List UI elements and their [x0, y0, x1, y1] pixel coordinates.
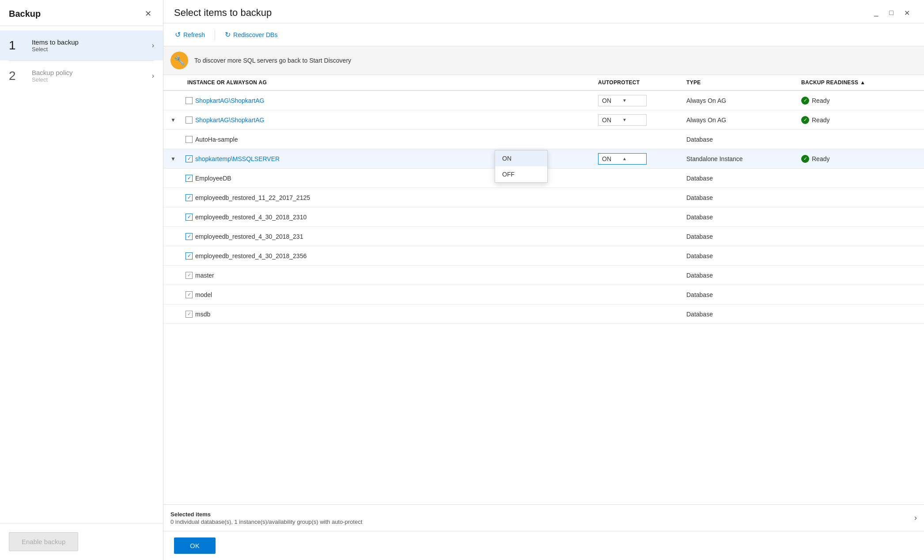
left-close-button[interactable]: ✕ — [142, 8, 154, 19]
row4-checkbox[interactable]: ✓ — [186, 155, 193, 162]
row6-type-cell: Database — [681, 191, 796, 205]
toolbar: ↺ Refresh ↻ Rediscover DBs — [163, 23, 924, 46]
row2-status-text: Ready — [812, 117, 829, 124]
row1-dropdown-arrow: ▼ — [622, 98, 643, 103]
step-arrow-1: › — [152, 41, 154, 49]
row2-expand-button[interactable]: ▼ — [169, 117, 178, 123]
th-type: TYPE — [681, 75, 796, 90]
table-container[interactable]: INSTANCE OR ALWAYSON AG AUTOPROTECT TYPE… — [163, 75, 924, 504]
step-item-2[interactable]: 2 Backup policy Select › — [0, 61, 163, 91]
row12-expand-cell — [163, 311, 182, 318]
discovery-text: To discover more SQL servers go back to … — [194, 57, 351, 64]
discovery-icon: 🔧 — [170, 52, 188, 69]
row4-type-cell: Standalone Instance — [681, 152, 796, 166]
table-row: AutoHa-sample Database — [163, 130, 924, 149]
table-row: ✓ employeedb_restored_4_30_2018_2310 Dat… — [163, 207, 924, 227]
row1-status-dot: ✓ — [801, 97, 809, 105]
row4-expand-button[interactable]: ▼ — [169, 156, 178, 162]
row2-spacer — [911, 117, 924, 124]
row6-expand-cell — [163, 194, 182, 201]
row5-expand-cell — [163, 175, 182, 182]
selected-footer[interactable]: Selected items 0 individual database(s),… — [163, 504, 924, 531]
row12-type-cell: Database — [681, 307, 796, 321]
row3-expand-cell — [163, 136, 182, 143]
row12-name: msdb — [195, 311, 210, 318]
enable-backup-button[interactable]: Enable backup — [9, 532, 78, 551]
row5-checkbox[interactable]: ✓ — [186, 175, 193, 182]
row1-checkbox[interactable] — [186, 97, 193, 104]
row2-autoprotect-dropdown[interactable]: ON ▼ — [598, 114, 647, 126]
step-number-1: 1 — [9, 38, 25, 53]
step-arrow-2: › — [152, 72, 154, 80]
row4-name[interactable]: shopkartemp\MSSQLSERVER — [195, 155, 280, 162]
table-row: ✓ msdb Database — [163, 304, 924, 324]
row12-autoprotect-cell — [593, 311, 681, 318]
row8-name-cell: ✓ employeedb_restored_4_30_2018_231 — [182, 229, 593, 244]
row6-readiness-cell — [796, 194, 911, 201]
th-checkbox — [163, 75, 182, 90]
row11-name: model — [195, 291, 212, 298]
row11-checkbox[interactable]: ✓ — [186, 291, 193, 298]
th-instance: INSTANCE OR ALWAYSON AG — [182, 75, 593, 90]
row8-checkbox[interactable]: ✓ — [186, 233, 193, 240]
row10-autoprotect-cell — [593, 272, 681, 279]
minimize-button[interactable]: ⎯ — [871, 8, 882, 18]
row5-readiness-cell — [796, 175, 911, 182]
row1-expand-cell — [163, 97, 182, 104]
row1-name-cell: ShopkartAG\ShopkartAG — [182, 94, 593, 108]
row1-name[interactable]: ShopkartAG\ShopkartAG — [195, 97, 264, 104]
window-controls: ⎯ □ ✕ — [871, 8, 913, 18]
row9-autoprotect-cell — [593, 252, 681, 259]
rediscover-button[interactable]: ↻ Rediscover DBs — [220, 28, 282, 41]
row12-readiness-cell — [796, 311, 911, 318]
step-info-1: Items to backup Select — [32, 38, 152, 53]
row3-type-cell: Database — [681, 132, 796, 147]
row2-autoprotect-value: ON — [602, 117, 622, 124]
table-row: ✓ employeedb_restored_4_30_2018_2356 Dat… — [163, 246, 924, 266]
row5-autoprotect-cell — [593, 175, 681, 182]
row7-type-cell: Database — [681, 210, 796, 224]
row9-checkbox[interactable]: ✓ — [186, 252, 193, 259]
row6-checkbox[interactable]: ✓ — [186, 194, 193, 201]
step-item-1[interactable]: 1 Items to backup Select › — [0, 30, 163, 60]
ok-button[interactable]: OK — [174, 537, 216, 554]
row4-autoprotect-value: ON — [602, 155, 622, 162]
discovery-banner: 🔧 To discover more SQL servers go back t… — [163, 46, 924, 75]
row6-autoprotect-cell — [593, 194, 681, 201]
row7-checkbox[interactable]: ✓ — [186, 214, 193, 221]
th-backup-readiness[interactable]: BACKUP READINESS ▲ — [796, 75, 911, 90]
row8-readiness-cell — [796, 233, 911, 240]
row4-status: ✓ Ready — [801, 155, 829, 163]
rediscover-label: Rediscover DBs — [233, 31, 277, 38]
step-subtitle-2: Select — [32, 76, 152, 83]
row12-checkbox[interactable]: ✓ — [186, 311, 193, 318]
row1-autoprotect-dropdown[interactable]: ON ▼ — [598, 95, 647, 106]
row1-status-text: Ready — [812, 97, 829, 104]
row2-checkbox[interactable] — [186, 117, 193, 124]
row1-autoprotect-cell: ON ▼ — [593, 91, 681, 110]
row1-spacer — [911, 97, 924, 104]
ok-area: OK — [163, 531, 924, 560]
right-close-button[interactable]: ✕ — [901, 8, 913, 18]
row10-name: master — [195, 272, 214, 279]
row3-name-cell: AutoHa-sample — [182, 132, 593, 147]
dropdown-option-off[interactable]: OFF — [495, 166, 547, 182]
row9-name: employeedb_restored_4_30_2018_2356 — [195, 252, 307, 259]
row9-spacer — [911, 252, 924, 259]
rediscover-icon: ↻ — [225, 30, 231, 39]
row11-autoprotect-cell — [593, 291, 681, 298]
refresh-button[interactable]: ↺ Refresh — [170, 28, 209, 41]
row2-name[interactable]: ShopkartAG\ShopkartAG — [195, 117, 264, 124]
row10-checkbox[interactable]: ✓ — [186, 272, 193, 279]
row1-readiness-cell: ✓ Ready — [796, 93, 911, 108]
row4-autoprotect-dropdown[interactable]: ON ▲ — [598, 153, 647, 165]
maximize-button[interactable]: □ — [886, 8, 897, 18]
row10-spacer — [911, 272, 924, 279]
dropdown-option-on[interactable]: ON — [495, 150, 547, 166]
row2-name-cell: ShopkartAG\ShopkartAG — [182, 113, 593, 127]
row11-expand-cell — [163, 291, 182, 298]
row3-checkbox[interactable] — [186, 136, 193, 143]
row5-type-cell: Database — [681, 171, 796, 185]
selected-footer-title: Selected items — [170, 511, 362, 518]
steps-list: 1 Items to backup Select › 2 Backup poli… — [0, 26, 163, 523]
